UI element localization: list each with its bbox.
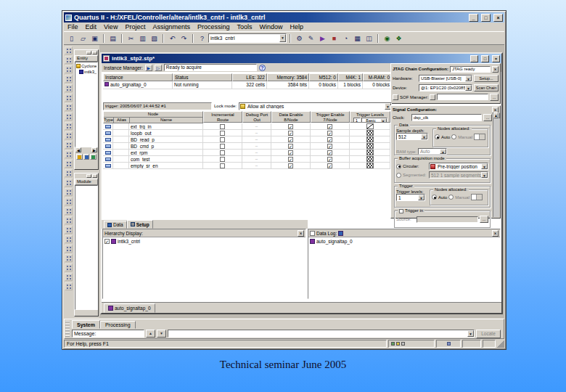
menu-project[interactable]: Project	[121, 23, 149, 30]
checkbox-checked[interactable]: ✓	[327, 124, 332, 129]
tool-icon[interactable]	[65, 150, 73, 158]
sof-program-icon[interactable]	[430, 94, 435, 100]
signal-name[interactable]: BD_cmd_p	[129, 143, 203, 150]
autorun-analysis-icon[interactable]: ▷	[155, 65, 162, 71]
checkbox-unchecked[interactable]	[220, 137, 225, 142]
checkbox-checked[interactable]: ✓	[288, 144, 293, 149]
segmented-radio[interactable]	[396, 173, 401, 178]
signal-row[interactable]: BD_read_p – ✓ ✓	[103, 136, 392, 143]
locate-button[interactable]: Locate	[476, 330, 501, 338]
trigger-in-checkbox[interactable]	[399, 209, 403, 213]
debug-port-header[interactable]: Debug Port Out	[242, 111, 271, 123]
data-enable-checkbox[interactable]: ✓	[271, 143, 311, 150]
alias-header[interactable]: Alias	[114, 118, 130, 123]
tool-icon[interactable]	[65, 84, 73, 92]
data-enable-checkbox[interactable]: ✓	[271, 156, 311, 163]
scrollbar-thumb[interactable]	[499, 113, 500, 118]
scroll-up-icon[interactable]: ▲	[493, 113, 499, 118]
clock-browse-button[interactable]: ...	[483, 114, 492, 121]
trigger-level-cell[interactable]	[350, 136, 390, 143]
tool-icon[interactable]	[65, 94, 73, 102]
tool-icon[interactable]	[65, 282, 73, 290]
scan-chain-button[interactable]: Scan Chain	[474, 84, 499, 91]
child-close-icon[interactable]: ×	[492, 55, 500, 62]
trigger-enable-checkbox[interactable]: ✓	[311, 130, 350, 136]
minimize-icon[interactable]: _	[469, 14, 478, 22]
netlist-viewer-icon[interactable]: ▦	[352, 33, 363, 44]
menu-processing[interactable]: Processing	[194, 23, 234, 30]
cut-icon[interactable]: ✂	[126, 33, 136, 44]
open-icon[interactable]: ▱	[78, 33, 89, 44]
trigger-level-cell[interactable]	[350, 130, 390, 136]
tree-item-entity[interactable]: intlk3_cntrl	[76, 69, 97, 75]
previous-message-icon[interactable]: ▲	[146, 330, 155, 338]
ram-type-combo[interactable]: Auto ▼	[418, 148, 447, 155]
checkbox-checked[interactable]: ✓	[288, 157, 293, 162]
tool-icon[interactable]	[65, 103, 73, 111]
col-instance[interactable]: Instance	[103, 73, 173, 81]
data-log-checkbox[interactable]	[310, 231, 315, 236]
signal-config-scrollbar[interactable]: ▲	[493, 113, 499, 217]
levels-count-box[interactable]: 1	[353, 118, 361, 123]
child-maximize-icon[interactable]: □	[481, 55, 489, 62]
signal-row[interactable]: BD_cmd_p – ✓ ✓	[103, 143, 392, 150]
scroll-left-icon[interactable]: ◀	[75, 147, 81, 152]
incremental-checkbox[interactable]	[203, 150, 242, 156]
tab-files[interactable]	[83, 154, 90, 160]
dont-care-trigger-icon[interactable]	[366, 163, 374, 168]
undo-icon[interactable]: ↶	[167, 33, 178, 44]
signal-row[interactable]: empty_sr_en – ✓ ✓	[103, 163, 392, 169]
tool-icon[interactable]	[65, 216, 73, 224]
chevron-down-icon[interactable]: ▼	[380, 118, 387, 123]
trigger-level-cell[interactable]	[350, 143, 390, 150]
auto-radio[interactable]	[435, 134, 440, 139]
manual-radio[interactable]	[451, 134, 456, 139]
checkbox-unchecked[interactable]	[220, 144, 225, 149]
trigger-level-cell[interactable]	[350, 156, 390, 163]
redo-icon[interactable]: ↷	[179, 33, 189, 44]
dont-care-trigger-icon[interactable]	[366, 150, 374, 155]
clock-field[interactable]: dsp_clk	[411, 114, 482, 121]
resize-grip[interactable]	[497, 340, 504, 348]
manual-spinner[interactable]	[474, 134, 485, 140]
node-header[interactable]: Node	[104, 112, 202, 117]
chevron-down-icon[interactable]: ▼	[421, 134, 427, 139]
dont-care-trigger-icon[interactable]	[366, 130, 374, 136]
tool-icon[interactable]	[65, 65, 73, 73]
sof-attach-icon[interactable]	[393, 94, 398, 100]
tool-icon[interactable]	[65, 160, 73, 168]
incremental-checkbox[interactable]	[203, 123, 242, 130]
hierarchy-close-icon[interactable]: ×	[298, 230, 304, 237]
sample-depth-combo[interactable]: 512 ▼	[396, 133, 428, 140]
name-header[interactable]: Name	[130, 118, 202, 123]
tool-icon[interactable]	[65, 264, 73, 271]
tool-icon[interactable]	[65, 56, 73, 64]
chevron-down-icon[interactable]: ▼	[440, 149, 446, 154]
menu-edit[interactable]: Edit	[82, 23, 101, 30]
checkbox-checked[interactable]: ✓	[327, 144, 332, 149]
scroll-right-icon[interactable]: ▶	[91, 147, 97, 152]
alias-cell[interactable]	[113, 150, 129, 156]
stop-icon[interactable]: ■	[329, 33, 340, 44]
start-compilation-icon[interactable]: ▶	[317, 33, 328, 44]
tab-system[interactable]: System	[72, 320, 100, 329]
trigger-enable-checkbox[interactable]: ✓	[311, 143, 350, 150]
settings-icon[interactable]: ⚙	[294, 33, 305, 44]
trigger-enable-checkbox[interactable]: ✓	[311, 163, 350, 169]
close-icon[interactable]: ×	[493, 14, 503, 22]
checkbox-unchecked[interactable]	[220, 131, 225, 136]
setup-button[interactable]: Setup...	[474, 75, 499, 82]
tool-icon[interactable]	[65, 273, 73, 281]
device-combo[interactable]: @1: EP1C20 (0x020850DD) ▼	[419, 84, 472, 91]
col-memory[interactable]: Memory: 3584	[267, 73, 309, 81]
trigger-enable-checkbox[interactable]: ✓	[311, 123, 350, 130]
checkbox-checked[interactable]: ✓	[288, 163, 293, 168]
tool-icon[interactable]	[65, 254, 73, 262]
panel-collapse-icon[interactable]	[86, 51, 91, 54]
tab-data[interactable]: Data	[104, 221, 127, 229]
menu-help[interactable]: Help	[287, 23, 308, 30]
timing-icon[interactable]: ◔	[340, 33, 351, 44]
trigger-enable-checkbox[interactable]: ✓	[311, 150, 350, 156]
data-enable-checkbox[interactable]: ✓	[271, 150, 311, 156]
menu-file[interactable]: File	[64, 23, 82, 30]
